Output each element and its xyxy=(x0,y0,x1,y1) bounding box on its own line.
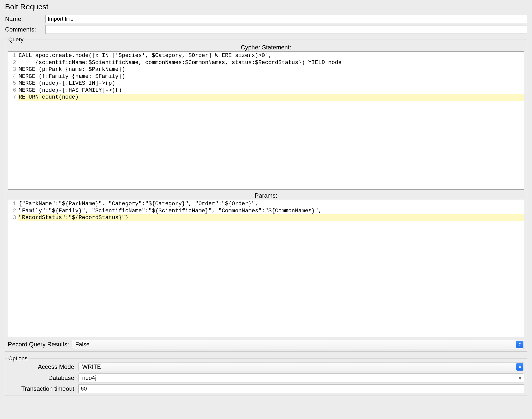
code-line[interactable]: 2 {scientificName:$ScientificName, commo… xyxy=(8,59,524,66)
code-line[interactable]: 1CALL apoc.create.node([x IN ['Species',… xyxy=(8,52,524,59)
code-line[interactable]: 5MERGE (node)-[:LIVES_IN]->(p) xyxy=(8,80,524,87)
query-fieldset: Query Cypher Statement: 1CALL apoc.creat… xyxy=(5,36,527,352)
dropdown-icon xyxy=(516,341,523,348)
record-results-value: False xyxy=(75,341,90,348)
options-fieldset: Options Access Mode: WRITE Database: neo… xyxy=(5,355,527,396)
line-number: 6 xyxy=(8,87,18,94)
line-content: MERGE (p:Park {name: $ParkName}) xyxy=(18,66,524,73)
page-title: Bolt Request xyxy=(5,3,527,11)
line-number: 1 xyxy=(8,52,18,59)
comments-label: Comments: xyxy=(5,26,45,33)
database-combo[interactable]: neo4j xyxy=(78,373,524,382)
line-number: 3 xyxy=(8,66,18,73)
database-label: Database: xyxy=(8,374,78,381)
name-input[interactable] xyxy=(45,15,527,23)
line-content: MERGE (node)-[:LIVES_IN]->(p) xyxy=(18,80,524,87)
query-legend: Query xyxy=(7,36,24,43)
database-value: neo4j xyxy=(82,375,96,381)
code-line[interactable]: 4MERGE (f:Family {name: $Family}) xyxy=(8,73,524,80)
line-number: 1 xyxy=(8,200,18,207)
line-number: 2 xyxy=(8,207,18,215)
line-number: 2 xyxy=(8,59,18,66)
line-content: MERGE (node)-[:HAS_FAMILY]->(f) xyxy=(18,87,524,94)
stepper-icon xyxy=(517,375,523,381)
line-number: 4 xyxy=(8,73,18,80)
code-line[interactable]: 3"RecordStatus":"${RecordStatus}"} xyxy=(8,214,524,221)
code-line[interactable]: 2"Family":"${Family}", "ScientificName":… xyxy=(8,207,524,215)
access-mode-label: Access Mode: xyxy=(8,363,78,370)
line-number: 7 xyxy=(8,94,18,101)
line-content: {"ParkName":"${ParkName}", "Category":"$… xyxy=(18,200,524,207)
code-line[interactable]: 1{"ParkName":"${ParkName}", "Category":"… xyxy=(8,200,524,207)
timeout-label: Transaction timeout: xyxy=(8,385,78,392)
line-content: "RecordStatus":"${RecordStatus}"} xyxy=(18,214,524,221)
code-line[interactable]: 7RETURN count(node) xyxy=(8,94,524,101)
timeout-input[interactable] xyxy=(78,384,524,393)
code-line[interactable]: 6MERGE (node)-[:HAS_FAMILY]->(f) xyxy=(8,87,524,94)
comments-input[interactable] xyxy=(45,25,527,34)
record-results-select[interactable]: False xyxy=(72,340,524,349)
line-content: {scientificName:$ScientificName, commonN… xyxy=(18,59,524,66)
line-content: MERGE (f:Family {name: $Family}) xyxy=(18,73,524,80)
line-content: "Family":"${Family}", "ScientificName":"… xyxy=(18,207,524,215)
access-mode-select[interactable]: WRITE xyxy=(78,362,524,371)
line-number: 3 xyxy=(8,214,18,221)
code-line[interactable]: 3MERGE (p:Park {name: $ParkName}) xyxy=(8,66,524,73)
options-legend: Options xyxy=(7,355,28,362)
line-content: RETURN count(node) xyxy=(18,94,524,101)
params-editor[interactable]: 1{"ParkName":"${ParkName}", "Category":"… xyxy=(8,200,524,338)
access-mode-value: WRITE xyxy=(82,364,101,370)
line-number: 5 xyxy=(8,80,18,87)
name-label: Name: xyxy=(5,15,45,22)
params-header: Params: xyxy=(8,191,524,200)
cypher-header: Cypher Statement: xyxy=(8,43,524,51)
dropdown-icon xyxy=(516,363,523,371)
record-results-label: Record Query Results: xyxy=(8,341,72,348)
cypher-editor[interactable]: 1CALL apoc.create.node([x IN ['Species',… xyxy=(8,51,524,190)
line-content: CALL apoc.create.node([x IN ['Species', … xyxy=(18,52,524,59)
